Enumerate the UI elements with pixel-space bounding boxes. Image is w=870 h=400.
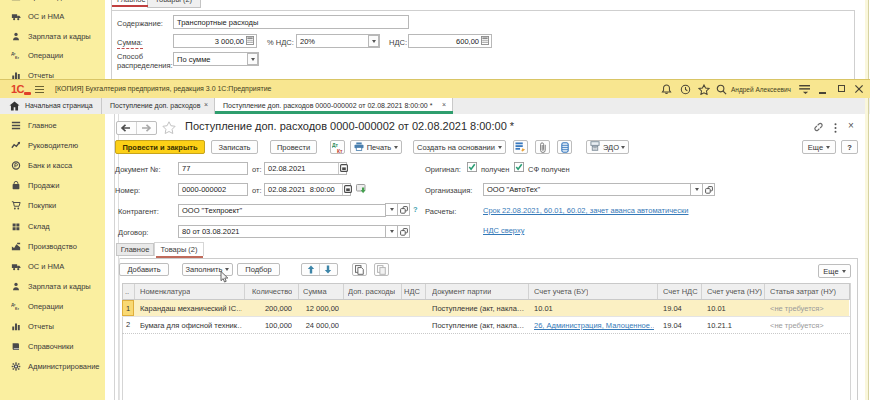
svg-text:Кт: Кт <box>337 148 343 153</box>
svg-text:Кт: Кт <box>15 307 19 311</box>
svg-text:Дт: Дт <box>11 52 16 56</box>
svg-text:Кт: Кт <box>15 56 19 60</box>
svg-text:Дт: Дт <box>11 303 16 307</box>
